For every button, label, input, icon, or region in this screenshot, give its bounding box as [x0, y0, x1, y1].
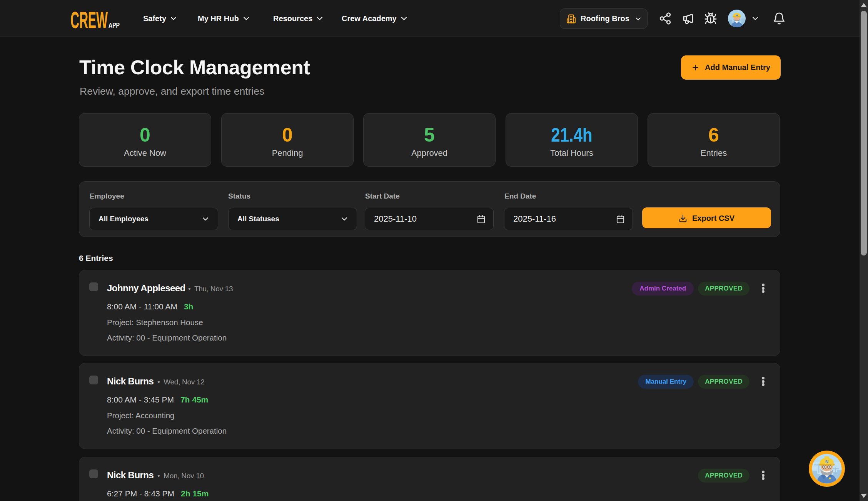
svg-text:APP: APP [108, 21, 120, 29]
svg-text:N: N [825, 459, 829, 464]
svg-text:CREW: CREW [70, 10, 108, 30]
